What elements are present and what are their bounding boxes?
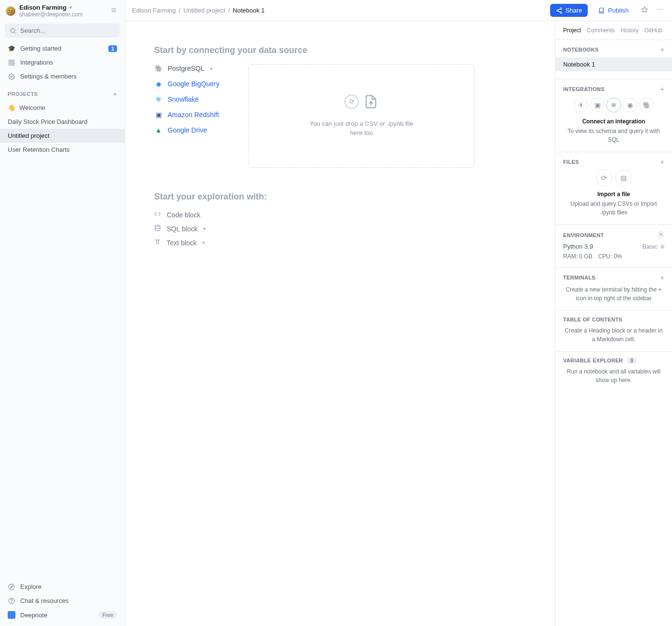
right-tabs: Project Comments History GitHub (555, 21, 672, 40)
add-project-button[interactable]: + (113, 90, 117, 98)
block-text[interactable]: Text block ▾ (154, 239, 526, 247)
svg-point-15 (659, 9, 660, 10)
nav-getting-started[interactable]: 🎓 Getting started 1 (0, 41, 125, 55)
left-sidebar: 🐝 Edison Farming ▾ shabeer@deepnote.com … (0, 0, 125, 626)
more-button[interactable] (655, 4, 665, 16)
tab-comments[interactable]: Comments (587, 27, 615, 34)
project-item-untitled[interactable]: Untitled project (0, 129, 125, 143)
canvas: Start by connecting your data source 🐘 P… (125, 21, 555, 626)
integration-icon[interactable]: ▣ (590, 98, 605, 112)
notebook-item[interactable]: Notebook 1 (555, 57, 672, 71)
env-cpu: CPU: 0% (598, 253, 622, 260)
footer-deepnote[interactable]: Deepnote Free (0, 608, 125, 622)
right-sidebar: Project Comments History GitHub NOTEBOOK… (555, 21, 672, 626)
panel-environment: ENVIRONMENT Python 3.9 Basic RAM: 0 (555, 225, 672, 268)
workspace-name: Edison Farming ▾ (19, 4, 105, 11)
file-dropzone[interactable]: ⟳ You can just drop a CSV or .ipynb file… (248, 64, 474, 168)
compass-icon (8, 584, 15, 590)
projects-header: PROJECTS + (0, 83, 125, 101)
svg-point-16 (661, 9, 662, 10)
search-icon (10, 27, 16, 34)
jupyter-file-icon[interactable]: ⟳ (596, 170, 612, 186)
panel-integrations: INTEGRATIONS + ✈ ▣ ❄ ◉ 🐘 Connect an inte… (555, 80, 672, 152)
footer-label: Explore (20, 583, 41, 590)
files-desc: Upload and query CSVs or import .ipynb f… (563, 200, 664, 217)
datasource-snowflake[interactable]: ❄ Snowflake (154, 95, 219, 104)
getting-started-badge: 1 (108, 45, 117, 52)
star-button[interactable] (639, 4, 650, 16)
panel-files: FILES + ⟳ ▤ Import a file Upload and que… (555, 152, 672, 225)
datasource-postgres[interactable]: 🐘 PostgreSQL ▾ (154, 64, 219, 73)
svg-point-12 (560, 12, 562, 13)
tab-github[interactable]: GitHub (645, 27, 662, 34)
datasource-drive[interactable]: ▲ Google Drive (154, 126, 219, 134)
panel-toc: TABLE OF CONTENTS Create a Heading block… (555, 311, 672, 352)
project-item-retention[interactable]: User Retention Charts (0, 143, 125, 157)
gear-icon (8, 73, 15, 80)
panel-notebooks: NOTEBOOKS + Notebook 1 (555, 40, 672, 80)
svg-point-11 (556, 10, 558, 12)
integration-icon[interactable]: 🐘 (639, 98, 654, 112)
svg-marker-7 (11, 586, 13, 588)
breadcrumb-notebook[interactable]: Notebook 1 (233, 7, 265, 14)
csv-file-icon[interactable]: ▤ (615, 170, 632, 186)
block-code[interactable]: Code block (154, 211, 526, 219)
svg-rect-1 (9, 60, 11, 62)
integration-icon[interactable]: ✈ (574, 98, 588, 112)
chevron-down-icon: ▾ (202, 240, 205, 245)
workspace-avatar: 🐝 (6, 6, 15, 16)
env-ram: RAM: 0 GB (563, 253, 593, 260)
project-label: User Retention Charts (8, 146, 70, 153)
nav-integrations[interactable]: Integrations (0, 55, 125, 69)
workspace-header[interactable]: 🐝 Edison Farming ▾ shabeer@deepnote.com (0, 0, 125, 22)
gear-icon (658, 231, 664, 238)
tab-project[interactable]: Project (563, 27, 581, 34)
block-sql[interactable]: SQL block ▾ (154, 225, 526, 233)
search-input[interactable] (5, 24, 120, 38)
nav-label: Getting started (20, 45, 61, 52)
share-button[interactable]: Share (550, 4, 588, 17)
file-upload-icon (364, 94, 378, 112)
dots-icon (657, 6, 663, 13)
tab-history[interactable]: History (620, 27, 638, 34)
collapse-sidebar-button[interactable] (108, 5, 119, 17)
datasource-bigquery[interactable]: ◆ Google BigQuery (154, 80, 219, 88)
dropzone-text: You can just drop a CSV or .ipynb file h… (303, 119, 419, 138)
add-file-button[interactable]: + (660, 158, 664, 166)
jupyter-icon: ⟳ (344, 94, 359, 109)
panel-title: VARIABLE EXPLORER 0 (563, 358, 636, 363)
file-icons: ⟳ ▤ (563, 170, 664, 186)
footer-explore[interactable]: Explore (0, 580, 125, 594)
toc-desc: Create a Heading block or a header in a … (563, 326, 664, 344)
vars-count-badge: 0 (627, 357, 636, 364)
nav-label: Settings & members (20, 73, 77, 80)
add-terminal-button[interactable]: + (660, 274, 664, 281)
breadcrumb-workspace[interactable]: Edison Farming (132, 7, 176, 14)
publish-button[interactable]: Publish (593, 4, 634, 17)
project-item-dashboard[interactable]: Daily Stock Price Dashboard (0, 115, 125, 129)
svg-rect-3 (9, 63, 11, 65)
svg-rect-2 (12, 60, 14, 62)
bigquery-icon: ◆ (154, 80, 163, 88)
redshift-icon: ▣ (154, 110, 163, 119)
add-notebook-button[interactable]: + (660, 46, 664, 53)
panel-title: FILES (563, 159, 579, 165)
breadcrumb-project[interactable]: Untitled project (184, 7, 225, 14)
breadcrumb: Edison Farming / Untitled project / Note… (132, 7, 265, 14)
env-python: Python 3.9 (563, 243, 593, 250)
project-item-welcome[interactable]: Welcome (0, 101, 125, 115)
add-integration-button[interactable]: + (660, 85, 664, 93)
svg-point-6 (9, 584, 14, 590)
nav-settings[interactable]: Settings & members (0, 69, 125, 83)
book-icon (598, 7, 605, 14)
integration-icon[interactable]: ◉ (623, 98, 637, 112)
nav-label: Integrations (20, 59, 53, 66)
integration-icon[interactable]: ❄ (606, 98, 621, 112)
text-icon (154, 239, 162, 247)
env-settings-button[interactable] (658, 231, 664, 239)
svg-marker-13 (642, 7, 647, 12)
panel-title: TABLE OF CONTENTS (563, 317, 622, 322)
grid-icon (8, 59, 15, 66)
footer-chat[interactable]: Chat & resources (0, 594, 125, 608)
datasource-redshift[interactable]: ▣ Amazon Redshift (154, 110, 219, 119)
